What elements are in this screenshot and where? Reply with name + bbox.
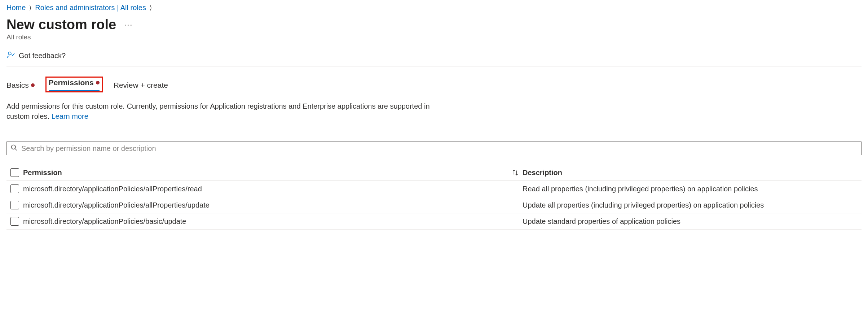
tab-permissions[interactable]: Permissions xyxy=(49,78,100,91)
page-subtitle: All roles xyxy=(6,33,862,41)
permission-name: microsoft.directory/applicationPolicies/… xyxy=(23,201,210,209)
tab-permissions-label: Permissions xyxy=(49,78,94,87)
feedback-icon xyxy=(6,51,15,61)
feedback-label: Got feedback? xyxy=(19,52,66,60)
table-row[interactable]: microsoft.directory/applicationPolicies/… xyxy=(6,213,862,230)
tab-permissions-highlight: Permissions xyxy=(45,77,103,92)
row-checkbox[interactable] xyxy=(10,217,19,226)
chevron-right-icon: ⟩ xyxy=(150,4,152,11)
permissions-table: Permission Description microsoft.directo… xyxy=(6,165,862,230)
learn-more-link[interactable]: Learn more xyxy=(51,112,88,120)
page-title: New custom role xyxy=(6,17,116,32)
chevron-right-icon: ⟩ xyxy=(29,4,31,11)
search-icon xyxy=(10,144,18,153)
feedback-link[interactable]: Got feedback? xyxy=(6,51,862,66)
table-header: Permission Description xyxy=(6,165,862,181)
permission-description: Update standard properties of applicatio… xyxy=(523,217,680,225)
permission-name: microsoft.directory/applicationPolicies/… xyxy=(23,217,186,226)
header-permission[interactable]: Permission xyxy=(23,169,62,177)
search-box[interactable] xyxy=(6,142,862,155)
permission-name: microsoft.directory/applicationPolicies/… xyxy=(23,185,202,193)
table-row[interactable]: microsoft.directory/applicationPolicies/… xyxy=(6,181,862,197)
breadcrumb-home[interactable]: Home xyxy=(6,4,26,12)
breadcrumb: Home ⟩ Roles and administrators | All ro… xyxy=(6,4,862,12)
tab-basics[interactable]: Basics xyxy=(6,81,35,92)
permissions-description: Add permissions for this custom role. Cu… xyxy=(6,101,439,121)
tab-review[interactable]: Review + create xyxy=(114,81,168,92)
select-all-checkbox[interactable] xyxy=(10,168,19,177)
search-input[interactable] xyxy=(18,144,858,153)
tab-basics-label: Basics xyxy=(6,81,29,90)
breadcrumb-roles[interactable]: Roles and administrators | All roles xyxy=(35,4,146,12)
row-checkbox[interactable] xyxy=(10,201,19,209)
tab-review-label: Review + create xyxy=(114,81,168,90)
sort-button[interactable] xyxy=(508,169,523,177)
svg-point-0 xyxy=(8,52,11,55)
tabs: Basics Permissions Review + create xyxy=(6,78,862,92)
error-dot-icon xyxy=(96,81,100,84)
svg-line-2 xyxy=(15,148,17,150)
table-row[interactable]: microsoft.directory/applicationPolicies/… xyxy=(6,197,862,213)
header-description[interactable]: Description xyxy=(523,169,562,177)
more-actions-button[interactable]: ··· xyxy=(124,20,133,30)
svg-point-1 xyxy=(12,145,16,149)
permission-description: Update all properties (including privile… xyxy=(523,201,764,209)
error-dot-icon xyxy=(31,83,35,87)
row-checkbox[interactable] xyxy=(10,184,19,193)
permission-description: Read all properties (including privilege… xyxy=(523,185,758,193)
